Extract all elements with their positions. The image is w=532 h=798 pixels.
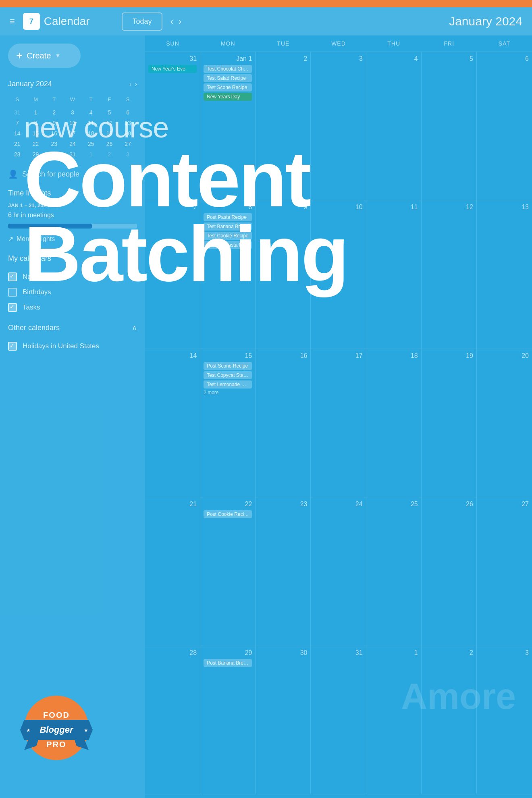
svg-text:FOOD: FOOD	[43, 711, 70, 719]
cell-jan25[interactable]: 25	[366, 497, 422, 645]
cell-jan28[interactable]: 28	[145, 646, 200, 794]
cell-jan31[interactable]: 31	[311, 646, 366, 794]
weekday-mon: M	[27, 95, 45, 104]
weekday-tue: T	[45, 95, 63, 104]
cell-jan21[interactable]: 21	[145, 497, 200, 645]
weekday-sat: S	[118, 95, 137, 104]
date-jan16: 16	[259, 352, 307, 360]
header-thu: THU	[366, 35, 422, 52]
other-calendars-header: Other calendars ∧	[8, 323, 137, 332]
cell-feb3[interactable]: 3	[477, 646, 532, 794]
hamburger-icon[interactable]: ≡	[10, 16, 15, 27]
weekday-wed: W	[63, 95, 82, 104]
event-lemonade[interactable]: Test Lemonade Recipe	[204, 380, 252, 389]
header-sun: SUN	[145, 35, 200, 52]
cell-jan27[interactable]: 27	[477, 497, 532, 645]
month-year-title: January 2024	[449, 15, 522, 28]
date-jan5: 5	[425, 55, 473, 62]
event-new-years-eve[interactable]: New Year's Eve	[148, 65, 197, 73]
date-jan27: 27	[480, 501, 529, 508]
fbp-badge: Blogger FOOD PRO ★ ★	[16, 684, 97, 764]
svg-text:Blogger: Blogger	[39, 725, 74, 735]
header-mon: MON	[200, 35, 256, 52]
event-new-years-day[interactable]: New Years Day	[204, 93, 252, 101]
cell-jan17[interactable]: 17	[311, 349, 366, 497]
holidays-calendar-label: Holidays in United States	[23, 342, 99, 350]
mini-calendar-header: January 2024 ‹ ›	[8, 80, 137, 88]
date-jan21: 21	[148, 501, 197, 508]
create-button[interactable]: + Create ▼	[8, 44, 81, 68]
date-jan14: 14	[148, 352, 197, 360]
week-row-5: 28 29 Post Banana Bread Recipe 30 31 1 2…	[145, 646, 532, 794]
cell-jan19[interactable]: 19	[422, 349, 477, 497]
cell-feb1[interactable]: 1	[366, 646, 422, 794]
event-salad[interactable]: Test Salad Recipe	[204, 74, 252, 82]
date-jan28: 28	[148, 649, 197, 657]
tasks-calendar-label: Tasks	[23, 303, 40, 312]
date-jan31: 31	[314, 649, 362, 657]
event-post-cookie[interactable]: Post Cookie Recipe	[204, 510, 252, 518]
weekday-thu: T	[82, 95, 100, 104]
event-post-scone[interactable]: Post Scone Recipe	[204, 362, 252, 370]
date-jan15: 15	[204, 352, 252, 360]
date-jan18: 18	[370, 352, 418, 360]
cell-jan26[interactable]: 26	[422, 497, 477, 645]
today-button[interactable]: Today	[122, 12, 162, 31]
date-feb1: 1	[370, 649, 418, 657]
cell-jan18[interactable]: 18	[366, 349, 422, 497]
cal-logo-icon: 7	[23, 13, 40, 30]
other-calendars-chevron[interactable]: ∧	[132, 323, 137, 332]
mini-cal-title: January 2024	[8, 80, 52, 88]
cell-jan14[interactable]: 14	[145, 349, 200, 497]
date-jan30: 30	[259, 649, 307, 657]
date-jan4: 4	[370, 55, 418, 62]
cal-logo-text: Calendar	[44, 15, 90, 28]
date-jan19: 19	[425, 352, 473, 360]
other-calendars-section: Other calendars ∧ Holidays in United Sta…	[8, 323, 137, 354]
cell-jan16[interactable]: 16	[256, 349, 311, 497]
calendar-header: ≡ 7 Calendar Today ‹ › January 2024	[0, 7, 532, 35]
header-sat: SAT	[477, 35, 532, 52]
plus-icon: +	[16, 49, 23, 62]
date-jan2: 2	[259, 55, 307, 62]
mini-next-arrow[interactable]: ›	[135, 81, 137, 88]
prev-month-button[interactable]: ‹	[170, 16, 174, 27]
course-title-line2: Batching	[24, 216, 508, 291]
date-jan17: 17	[314, 352, 362, 360]
event-scone[interactable]: Test Scone Recipe	[204, 83, 252, 91]
calendar-weekday-header: SUN MON TUE WED THU FRI SAT	[145, 35, 532, 52]
tasks-checkbox[interactable]	[8, 303, 17, 312]
next-month-button[interactable]: ›	[179, 16, 182, 27]
week-row-4: 21 22 Post Cookie Recipe 23 24 25 26 27	[145, 497, 532, 646]
date-dec31: 31	[148, 55, 197, 62]
calendar-item-tasks[interactable]: Tasks	[8, 300, 137, 315]
svg-text:★: ★	[84, 727, 88, 733]
date-jan29: 29	[204, 649, 252, 657]
date-jan23: 23	[259, 501, 307, 508]
cell-jan20[interactable]: 20	[477, 349, 532, 497]
date-jan26: 26	[425, 501, 473, 508]
create-label: Create	[27, 51, 51, 60]
cell-jan23[interactable]: 23	[256, 497, 311, 645]
cell-feb2[interactable]: 2	[422, 646, 477, 794]
cell-jan15[interactable]: 15 Post Scone Recipe Test Copycat Starbu…	[200, 349, 256, 497]
cell-jan24[interactable]: 24	[311, 497, 366, 645]
date-jan22: 22	[204, 501, 252, 508]
cell-jan22[interactable]: 22 Post Cookie Recipe	[200, 497, 256, 645]
week-row-3: 14 15 Post Scone Recipe Test Copycat Sta…	[145, 349, 532, 497]
course-title-line1: Content	[24, 142, 508, 216]
event-choc-chip[interactable]: Test Chocolat Chip Cookie	[204, 65, 252, 73]
mini-prev-arrow[interactable]: ‹	[129, 81, 131, 88]
cell-jan29[interactable]: 29 Post Banana Bread Recipe	[200, 646, 256, 794]
weekday-fri: F	[100, 95, 119, 104]
header-wed: WED	[311, 35, 366, 52]
cell-jan30[interactable]: 30	[256, 646, 311, 794]
date-feb3: 3	[480, 649, 529, 657]
fbp-badge-container: Blogger FOOD PRO ★ ★	[16, 684, 97, 766]
calendar-item-holidays[interactable]: Holidays in United States	[8, 339, 137, 354]
event-post-banana-bread[interactable]: Post Banana Bread Recipe	[204, 659, 252, 667]
svg-text:★: ★	[26, 727, 31, 733]
more-events-15[interactable]: 2 more	[204, 390, 252, 395]
event-copycat-starbucks[interactable]: Test Copycat Starbucks R...	[204, 371, 252, 379]
holidays-checkbox[interactable]	[8, 342, 17, 351]
